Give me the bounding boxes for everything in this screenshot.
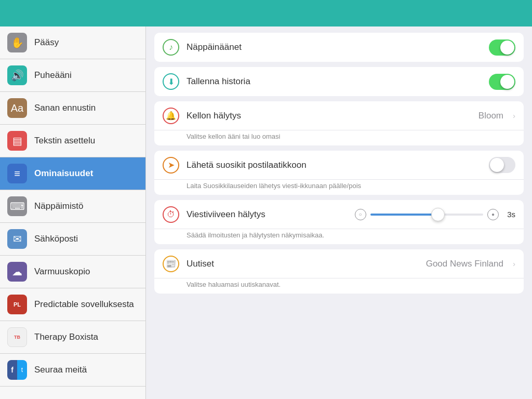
viestiviiveen-halytys-slider-value: 3s: [503, 210, 515, 219]
kellon-halytys-chevron: ›: [513, 111, 515, 120]
sidebar: ✋Pääsy🔊PuheääniAaSanan ennustin▤Tekstin …: [0, 26, 146, 399]
pl-icon: PL: [7, 295, 27, 314]
settings-card-viestiviiveen-halytys: ⏱Viestiviiveen hälytys○●3sSäädä ilmoitus…: [154, 200, 524, 244]
settings-content: ♪Näppäinäänet⬇Tallenna historia🔔Kellon h…: [146, 26, 532, 399]
tallenna-historia-icon: ⬇: [163, 73, 179, 90]
settings-row-viestiviiveen-halytys: ⏱Viestiviiveen hälytys○●3s: [154, 200, 524, 229]
viestiviiveen-halytys-label: Viestiviiveen hälytys: [187, 209, 348, 220]
settings-row-tallenna-historia[interactable]: ⬇Tallenna historia: [154, 67, 524, 96]
main-layout: ✋Pääsy🔊PuheääniAaSanan ennustin▤Tekstin …: [0, 26, 532, 399]
sidebar-item-tekstin-asettelu[interactable]: ▤Tekstin asettelu: [0, 125, 145, 157]
settings-row-uutiset[interactable]: 📰UutisetGood News Finland›: [154, 249, 524, 278]
nappainaanet-icon: ♪: [163, 39, 179, 56]
social-icon: f t: [7, 360, 27, 380]
viestiviiveen-halytys-slider-container[interactable]: ○●3s: [355, 209, 516, 220]
uutiset-value: Good News Finland: [426, 259, 503, 269]
settings-card-nappainaanet: ♪Näppäinäänet: [154, 33, 524, 62]
sidebar-label-paasy: Pääsy: [34, 37, 59, 48]
sidebar-item-paasy[interactable]: ✋Pääsy: [0, 26, 145, 59]
therapy-icon: TB: [7, 327, 27, 347]
sidebar-label-tekstin-asettelu: Tekstin asettelu: [34, 136, 95, 146]
uutiset-icon: 📰: [163, 256, 179, 272]
viestiviiveen-halytys-icon: ⏱: [163, 206, 179, 223]
sidebar-item-sahkoposti[interactable]: ✉Sähköposti: [0, 223, 145, 256]
laheta-suosikit-toggle[interactable]: [489, 157, 515, 173]
kellon-halytys-label: Kellon hälytys: [187, 111, 471, 121]
kellon-halytys-sublabel: Valitse kellon ääni tai luo omasi: [154, 130, 524, 145]
sidebar-item-varmuuskopio[interactable]: ☁Varmuuskopio: [0, 256, 145, 288]
laheta-suosikit-icon: ➤: [163, 157, 179, 174]
sidebar-label-sahkoposti: Sähköposti: [34, 234, 78, 244]
settings-row-nappainaanet[interactable]: ♪Näppäinäänet: [154, 33, 524, 62]
sidebar-item-sanan-ennustin[interactable]: AaSanan ennustin: [0, 92, 145, 125]
app-header: [0, 0, 532, 26]
sidebar-label-sanan-ennustin: Sanan ennustin: [34, 103, 96, 113]
sidebar-item-ominaisuudet[interactable]: ≡Ominaisuudet: [0, 157, 145, 190]
settings-card-tallenna-historia: ⬇Tallenna historia: [154, 67, 524, 96]
sidebar-item-therapy-boxista[interactable]: TBTherapy Boxista: [0, 321, 145, 354]
nappainaanet-toggle[interactable]: [489, 39, 515, 56]
settings-row-kellon-halytys[interactable]: 🔔Kellon hälytysBloom›: [154, 101, 524, 130]
sidebar-label-nappaimisto: Näppäimistö: [34, 201, 84, 211]
viestiviiveen-halytys-slider-min: ○: [355, 209, 366, 220]
settings-card-kellon-halytys: 🔔Kellon hälytysBloom›Valitse kellon ääni…: [154, 101, 524, 145]
sidebar-label-puheaani: Puheääni: [34, 70, 72, 81]
settings-row-laheta-suosikit[interactable]: ➤Lähetä suosikit postilaatikkoon: [154, 151, 524, 180]
settings-card-uutiset: 📰UutisetGood News Finland›Valitse haluam…: [154, 249, 524, 294]
sidebar-label-seuraa-meita: Seuraa meitä: [34, 365, 87, 375]
laheta-suosikit-label: Lähetä suosikit postilaatikkoon: [187, 160, 482, 170]
kellon-halytys-icon: 🔔: [163, 108, 179, 124]
sidebar-item-predictable-sovelluksesta[interactable]: PLPredictable sovelluksesta: [0, 288, 145, 321]
sidebar-icon-puheaani: 🔊: [7, 65, 27, 85]
uutiset-chevron: ›: [513, 259, 515, 268]
sidebar-icon-nappaimisto: ⌨: [7, 196, 27, 216]
uutiset-sublabel: Valitse haluamasi uutiskanavat.: [154, 278, 524, 294]
viestiviiveen-halytys-sublabel: Säädä ilmoitusten ja hälytysten näkymisa…: [154, 229, 524, 244]
sidebar-label-predictable-sovelluksesta: Predictable sovelluksesta: [34, 299, 134, 310]
sidebar-icon-sanan-ennustin: Aa: [7, 98, 27, 118]
sidebar-label-therapy-boxista: Therapy Boxista: [34, 332, 98, 342]
sidebar-item-nappaimisto[interactable]: ⌨Näppäimistö: [0, 190, 145, 223]
nappainaanet-label: Näppäinäänet: [187, 42, 482, 52]
tallenna-historia-toggle[interactable]: [489, 74, 515, 90]
sidebar-icon-ominaisuudet: ≡: [7, 164, 27, 183]
tallenna-historia-label: Tallenna historia: [187, 76, 482, 87]
kellon-halytys-value: Bloom: [478, 111, 503, 121]
viestiviiveen-halytys-slider-track[interactable]: [370, 214, 484, 216]
sidebar-label-varmuuskopio: Varmuuskopio: [34, 267, 90, 277]
sidebar-icon-tekstin-asettelu: ▤: [7, 131, 27, 151]
sidebar-label-ominaisuudet: Ominaisuudet: [34, 168, 93, 179]
sidebar-icon-paasy: ✋: [7, 33, 27, 52]
sidebar-item-seuraa-meita[interactable]: f t Seuraa meitä: [0, 354, 145, 387]
sidebar-icon-varmuuskopio: ☁: [7, 262, 27, 282]
viestiviiveen-halytys-slider-max: ●: [487, 209, 499, 220]
laheta-suosikit-sublabel: Laita Suosikkilauseiden lähetys viesti-i…: [154, 180, 524, 195]
settings-card-laheta-suosikit: ➤Lähetä suosikit postilaatikkoonLaita Su…: [154, 151, 524, 195]
sidebar-icon-sahkoposti: ✉: [7, 229, 27, 249]
uutiset-label: Uutiset: [187, 259, 419, 269]
sidebar-item-puheaani[interactable]: 🔊Puheääni: [0, 59, 145, 92]
